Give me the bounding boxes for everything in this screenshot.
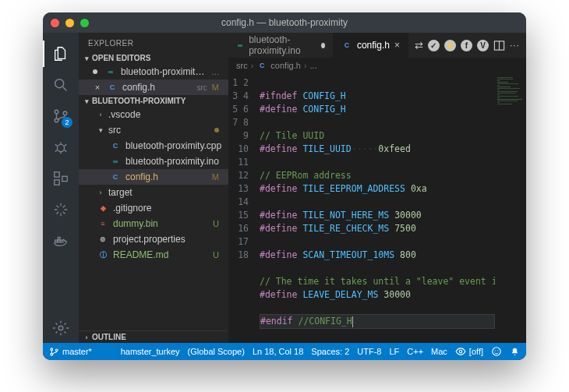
breadcrumb[interactable]: src › C config.h › ... xyxy=(228,58,526,73)
chevron-right-icon: › xyxy=(83,334,90,341)
status-global-scope[interactable]: (Global Scope) xyxy=(188,347,245,356)
settings-activity[interactable] xyxy=(43,313,79,343)
c-file-icon: C xyxy=(110,171,121,182)
open-editor-item[interactable]: ∞ bluetooth-proximity.ino ... xyxy=(79,64,228,79)
dirty-dot-icon xyxy=(93,69,97,74)
more-icon[interactable]: ··· xyxy=(510,40,520,51)
status-cursor-pos[interactable]: Ln 18, Col 18 xyxy=(253,347,303,356)
modified-dot-icon xyxy=(214,128,219,132)
svg-point-4 xyxy=(57,144,64,151)
status-bar: master* hamster_turkey (Global Scope) Ln… xyxy=(43,343,526,360)
c-file-icon: C xyxy=(107,82,118,93)
tree-file[interactable]: ≡ dummy.bin U xyxy=(79,216,228,231)
tab-bluetooth-proximity[interactable]: ∞ bluetooth-proximity.ino xyxy=(228,33,334,58)
action-check[interactable]: ✓ xyxy=(428,40,440,51)
tab-actions: ⇄ ✓ ⚡ f V ··· xyxy=(408,33,526,58)
minimize-window-button[interactable] xyxy=(65,19,74,27)
open-editors-section[interactable]: ▾ OPEN EDITORS xyxy=(79,52,228,64)
info-file-icon: ⓘ xyxy=(97,249,108,260)
search-activity[interactable] xyxy=(43,70,79,100)
c-file-icon: C xyxy=(256,60,267,71)
tree-file-config[interactable]: C config.h M xyxy=(79,169,228,185)
status-eol[interactable]: LF xyxy=(389,347,399,356)
minimap[interactable] xyxy=(495,73,526,343)
svg-rect-6 xyxy=(55,180,59,185)
status-branch[interactable]: master* xyxy=(49,347,92,357)
git-file-icon: ◆ xyxy=(97,203,108,214)
files-icon xyxy=(52,45,69,62)
c-file-icon: C xyxy=(341,40,352,51)
svg-point-14 xyxy=(51,348,53,350)
status-scope[interactable]: hamster_turkey xyxy=(121,347,180,356)
editor[interactable]: 1 2 3 4 5 6 7 8 9 10 11 12 13 14 15 16 1… xyxy=(228,73,526,343)
close-window-button[interactable] xyxy=(51,19,59,27)
cursor xyxy=(352,316,353,327)
gear-icon xyxy=(52,320,69,337)
scm-activity[interactable]: 2 xyxy=(43,101,79,131)
status-bell[interactable] xyxy=(510,347,520,357)
svg-point-16 xyxy=(55,348,58,351)
status-spaces[interactable]: Spaces: 2 xyxy=(311,347,349,356)
project-section[interactable]: ▾ BLUETOOTH-PROXIMITY xyxy=(79,95,228,107)
tree-file[interactable]: C bluetooth-proximity.cpp xyxy=(79,138,228,154)
open-editor-item[interactable]: × C config.h src M xyxy=(79,79,228,95)
extensions-icon xyxy=(52,170,69,187)
titlebar: config.h — bluetooth-proximity xyxy=(43,12,526,33)
action-flash[interactable]: ⚡ xyxy=(444,40,456,51)
svg-point-18 xyxy=(493,348,501,356)
bug-icon xyxy=(52,139,69,156)
outline-section[interactable]: › OUTLINE xyxy=(79,331,228,343)
extensions-activity[interactable] xyxy=(43,164,79,193)
search-icon xyxy=(52,76,69,94)
properties-file-icon: ⊚ xyxy=(97,234,108,245)
scm-badge: 2 xyxy=(62,117,72,128)
svg-point-1 xyxy=(55,110,58,114)
svg-point-17 xyxy=(459,350,462,353)
cpp-file-icon: C xyxy=(110,140,121,151)
chevron-down-icon: ▾ xyxy=(97,126,104,134)
debug-activity[interactable] xyxy=(43,132,79,162)
activity-bar: 2 xyxy=(43,33,79,343)
explorer-activity[interactable] xyxy=(43,39,79,69)
docker-activity[interactable] xyxy=(43,226,79,256)
branch-icon xyxy=(49,347,59,357)
tree-file[interactable]: ⊚ project.properties xyxy=(79,231,228,247)
svg-point-12 xyxy=(58,326,63,330)
ino-file-icon: ∞ xyxy=(236,40,244,51)
action-f[interactable]: f xyxy=(461,40,472,51)
tree-folder-src[interactable]: ▾ src xyxy=(79,122,228,138)
chevron-down-icon: ▾ xyxy=(83,55,90,62)
window-title: config.h — bluetooth-proximity xyxy=(43,17,526,28)
svg-rect-5 xyxy=(55,172,59,177)
tree-file[interactable]: ⓘ README.md U xyxy=(79,247,228,263)
svg-point-20 xyxy=(497,350,498,351)
sidebar-title: EXPLORER xyxy=(79,33,228,52)
status-feedback[interactable] xyxy=(491,346,502,357)
close-icon[interactable]: × xyxy=(93,83,102,92)
status-os[interactable]: Mac xyxy=(431,347,447,356)
svg-rect-10 xyxy=(61,240,63,242)
code-content[interactable]: #ifndef CONFIG_H #define CONFIG_H // Til… xyxy=(255,73,495,343)
sidebar: EXPLORER ▾ OPEN EDITORS ∞ bluetooth-prox… xyxy=(79,33,228,343)
tree-file[interactable]: ∞ bluetooth-proximity.ino xyxy=(79,154,228,169)
status-eye[interactable]: [off] xyxy=(455,346,483,357)
chevron-right-icon: › xyxy=(251,61,254,70)
tree-folder[interactable]: › target xyxy=(79,185,228,200)
split-editor-icon[interactable] xyxy=(493,40,505,51)
status-encoding[interactable]: UTF-8 xyxy=(357,347,381,356)
dirty-dot-icon xyxy=(321,43,325,48)
chevron-right-icon: › xyxy=(97,189,104,196)
particle-activity[interactable] xyxy=(43,195,79,224)
maximize-window-button[interactable] xyxy=(80,19,89,27)
action-v[interactable]: V xyxy=(477,40,489,51)
ino-file-icon: ∞ xyxy=(105,66,116,77)
close-icon[interactable]: × xyxy=(394,40,400,51)
compare-icon[interactable]: ⇄ xyxy=(415,40,423,51)
status-language[interactable]: C++ xyxy=(407,347,423,356)
tree-file[interactable]: ◆ .gitignore xyxy=(79,200,228,216)
app-window: config.h — bluetooth-proximity 2 xyxy=(43,12,526,360)
tab-config-h[interactable]: C config.h × xyxy=(334,33,408,58)
traffic-lights xyxy=(43,19,89,27)
svg-point-3 xyxy=(63,111,67,115)
tree-folder[interactable]: › .vscode xyxy=(79,107,228,122)
